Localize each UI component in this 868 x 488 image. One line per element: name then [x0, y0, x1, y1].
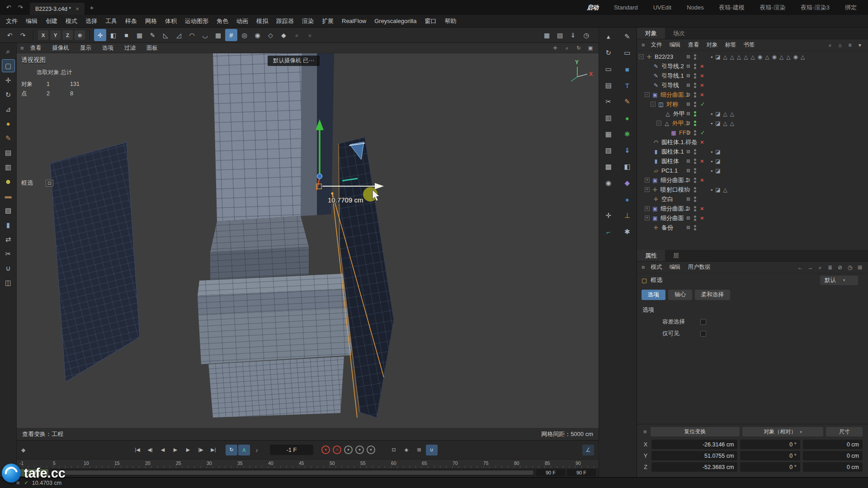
- undo-icon[interactable]: ↶: [4, 29, 16, 41]
- visibility-dot[interactable]: [694, 95, 696, 98]
- globe-icon[interactable]: ●: [620, 192, 634, 206]
- layout-UVEdit[interactable]: UVEdit: [646, 0, 679, 15]
- attr-history-icon[interactable]: ◷: [845, 263, 854, 272]
- key-position-icon[interactable]: ●: [344, 446, 353, 454]
- visibility-dots[interactable]: [694, 128, 696, 137]
- visibility-dot[interactable]: [694, 197, 696, 199]
- disabled-icon[interactable]: ×: [700, 213, 704, 223]
- current-frame-field[interactable]: -1 F: [270, 445, 313, 455]
- visibility-dot[interactable]: [694, 102, 696, 104]
- tag-icons[interactable]: ▪◪△: [711, 185, 727, 194]
- visibility-dot[interactable]: [694, 168, 696, 170]
- close-tab-icon[interactable]: ×: [75, 5, 79, 12]
- expander-icon[interactable]: +: [645, 178, 650, 183]
- visibility-dot[interactable]: [694, 54, 696, 56]
- menu-Greyscalegorilla[interactable]: Greyscalegorilla: [370, 18, 420, 24]
- visibility-dots[interactable]: [694, 137, 696, 147]
- visibility-dots[interactable]: [694, 118, 696, 128]
- vp-menu-面板[interactable]: 面板: [146, 44, 158, 52]
- visibility-dot[interactable]: [694, 64, 696, 66]
- size-button[interactable]: 尺寸: [826, 427, 863, 436]
- tag-t-icon[interactable]: △: [730, 120, 734, 127]
- visibility-dot[interactable]: [694, 181, 696, 183]
- object-row-细分曲面[interactable]: +▣细分曲面×: [637, 213, 868, 223]
- layout-绑定[interactable]: 绑定: [837, 0, 864, 15]
- attr-forward-icon[interactable]: →: [806, 263, 815, 272]
- rotate-view-icon[interactable]: ↻: [574, 44, 583, 52]
- visibility-dot[interactable]: [694, 73, 696, 75]
- visibility-dot[interactable]: [694, 187, 696, 189]
- visibility-dot[interactable]: [694, 152, 696, 155]
- visibility-dot[interactable]: [694, 83, 696, 85]
- autokey-icon[interactable]: A: [333, 446, 341, 454]
- object-row-FFD[interactable]: ▦FFD✓: [637, 128, 868, 137]
- disabled-icon[interactable]: ×: [700, 90, 704, 99]
- object-row-备份[interactable]: ✛备份: [637, 223, 868, 232]
- menu-运动图形[interactable]: 运动图形: [181, 17, 212, 25]
- layout-Standard[interactable]: Standard: [606, 0, 646, 15]
- checkbox-容差选择[interactable]: [700, 319, 706, 325]
- tag-icons[interactable]: ▪◪: [711, 166, 721, 175]
- zoom-view-icon[interactable]: ⌕: [562, 44, 571, 52]
- disabled-icon[interactable]: ×: [700, 71, 704, 80]
- tag-t-icon[interactable]: △: [730, 111, 734, 117]
- menu-帮助[interactable]: 帮助: [440, 17, 460, 25]
- disabled-icon[interactable]: ×: [700, 204, 704, 213]
- fcurve-icon[interactable]: ∠: [582, 445, 594, 455]
- history-back-icon[interactable]: ↶: [4, 3, 14, 13]
- object-row-细分曲面.1[interactable]: -▣细分曲面.1×: [637, 90, 868, 99]
- coord-X-rotation-field[interactable]: 0 °: [740, 440, 800, 449]
- redo-small-icon[interactable]: ↻: [602, 46, 615, 60]
- visibility-dots[interactable]: [694, 204, 696, 213]
- spline-pen-tool-icon[interactable]: ✎: [2, 131, 15, 145]
- palette-scroll-up-icon[interactable]: ▴: [602, 30, 615, 43]
- coord-system-button[interactable]: ⊕: [75, 30, 85, 40]
- layout-夜猫-渲染[interactable]: 夜猫-渲染: [752, 0, 793, 15]
- next-frame-icon[interactable]: ▶: [182, 445, 194, 455]
- expander-icon[interactable]: -: [645, 92, 650, 97]
- eye-icon[interactable]: ◉: [602, 176, 615, 190]
- reset-transform-button[interactable]: 复位变换: [651, 427, 740, 436]
- tag-t-icon[interactable]: △: [723, 120, 727, 127]
- attr-filter-icon[interactable]: ≣: [826, 263, 835, 272]
- layer-chip[interactable]: [687, 169, 690, 172]
- disabled-icon[interactable]: ×: [700, 137, 704, 147]
- tag-sq-icon[interactable]: ▪: [711, 54, 712, 60]
- document-tab[interactable]: B2223-3.c4d * ×: [30, 3, 85, 15]
- range-end-field[interactable]: 90 F: [536, 469, 565, 476]
- cylinder-tool-icon[interactable]: ▮: [2, 218, 15, 231]
- tag-icons[interactable]: ▪◪: [711, 156, 721, 166]
- range-max-field[interactable]: 90 F: [567, 469, 596, 476]
- visibility-dots[interactable]: [694, 175, 696, 185]
- visibility-dots[interactable]: [694, 80, 696, 90]
- expander-icon[interactable]: +: [645, 187, 650, 192]
- attr-menu-用户数据[interactable]: 用户数据: [685, 263, 714, 271]
- layer-chip[interactable]: [687, 150, 690, 153]
- visibility-dot[interactable]: [694, 159, 696, 161]
- primitive-cage-icon[interactable]: ▦: [133, 29, 146, 41]
- tag-t-icon[interactable]: △: [723, 54, 727, 60]
- visibility-dot[interactable]: [694, 111, 696, 113]
- record-keyframe-icon[interactable]: ●: [321, 446, 330, 454]
- object-row-空白[interactable]: ✛空白: [637, 194, 868, 204]
- tag-sh-icon[interactable]: ◪: [715, 120, 720, 127]
- om-menu-编辑[interactable]: 编辑: [666, 41, 684, 49]
- visibility-dot[interactable]: [694, 200, 696, 202]
- tag-t-icon[interactable]: △: [744, 54, 748, 60]
- layer-chip[interactable]: [687, 178, 690, 182]
- tag-sh-icon[interactable]: ◪: [715, 168, 720, 174]
- viewport[interactable]: 10.7709 cm Y X: [17, 53, 599, 440]
- live-selection-icon[interactable]: ▢: [2, 59, 15, 72]
- checkbox-仅可见[interactable]: [700, 331, 706, 337]
- tag-s-icon[interactable]: ◉: [793, 54, 797, 60]
- menu-模式[interactable]: 模式: [61, 17, 81, 25]
- visibility-dot[interactable]: [694, 216, 696, 218]
- layer-chip[interactable]: [687, 65, 690, 68]
- visibility-dots[interactable]: [694, 213, 696, 223]
- snap-icon[interactable]: ✛: [602, 209, 615, 222]
- layer-chip[interactable]: [687, 197, 690, 201]
- object-row-圆柱体[interactable]: ▮圆柱体×▪◪: [637, 156, 868, 166]
- history-clock-icon[interactable]: ◷: [580, 29, 592, 41]
- visibility-dot[interactable]: [694, 86, 696, 88]
- download-icon[interactable]: ⇓: [620, 144, 634, 157]
